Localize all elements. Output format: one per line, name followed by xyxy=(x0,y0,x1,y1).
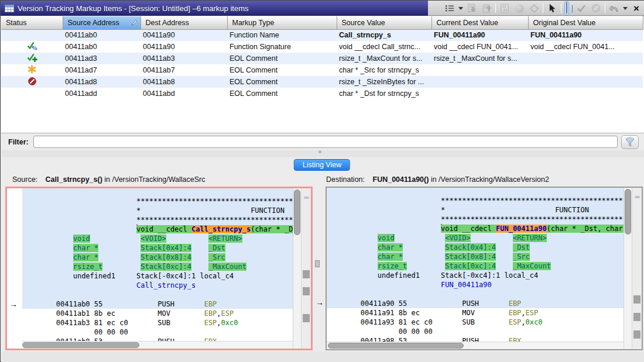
splitter-divider[interactable] xyxy=(1,150,644,157)
column-header-current-dest-value[interactable]: Current Dest Value xyxy=(431,16,528,29)
toolbar-separator xyxy=(495,4,496,13)
window-title: Version Tracking Markup Items - [Session… xyxy=(18,4,249,13)
listing-line[interactable]: char * Stack[0x8]:4 _Src xyxy=(327,252,624,261)
table-row[interactable]: 00411ad800411ab8EOL Commentrsize_t _Size… xyxy=(1,76,643,88)
listing-line[interactable]: char * Stack[0x4]:4 _Dst xyxy=(327,243,624,252)
source-label: Source: xyxy=(12,175,37,184)
toolbar-separator xyxy=(561,4,561,13)
listing-line[interactable]: * FUNCTION xyxy=(22,206,293,215)
funnel-icon xyxy=(625,137,635,147)
column-header-original-dest-value[interactable]: Original Dest Value xyxy=(528,16,643,29)
listing-line[interactable] xyxy=(327,289,624,299)
source-listing-panel[interactable]: → **************************************… xyxy=(5,187,313,350)
column-header-dest-address[interactable]: Dest Address xyxy=(141,16,227,29)
source-function-name: Call_strncpy_s() xyxy=(46,175,102,184)
listing-line[interactable]: void __cdecl FUN_00411a90(char * _Dst, c… xyxy=(327,224,624,233)
column-header-markup-type[interactable]: Markup Type xyxy=(227,16,337,29)
close-icon[interactable]: × xyxy=(631,2,642,14)
listing-line[interactable]: void <VOID> <RETURN> xyxy=(22,234,293,243)
listing-line[interactable]: ****************************************… xyxy=(22,196,293,206)
listing-line[interactable]: 00411a90 55 PUSH EBP xyxy=(327,299,624,308)
listing-line[interactable]: Call_strncpy_s xyxy=(22,281,293,290)
change-marker[interactable] xyxy=(303,287,310,295)
scrollbar-thumb[interactable] xyxy=(294,189,300,235)
listing-line[interactable]: 00411a91 8b ec MOV EBP,ESP xyxy=(327,308,624,318)
markup-type-cell: EOL Comment xyxy=(227,64,337,76)
horizontal-scrollbar[interactable] xyxy=(327,342,624,349)
scrollbar-thumb[interactable] xyxy=(625,189,631,235)
listing-line[interactable]: 00411a93 81 ec c0 SUB ESP,0xc0 xyxy=(327,318,624,327)
cursor-arrow-icon[interactable] xyxy=(546,2,558,14)
listing-line[interactable]: * FUNCTION xyxy=(327,205,624,215)
apply-markup-up-icon[interactable] xyxy=(481,2,492,14)
listing-line[interactable]: ****************************************… xyxy=(327,215,624,224)
column-header-source-value[interactable]: Source Value xyxy=(337,16,431,29)
sphere-icon[interactable] xyxy=(513,2,525,14)
filter-input[interactable] xyxy=(33,136,618,148)
listing-line[interactable]: 00 00 00 xyxy=(22,327,293,337)
panel-splitter-grip[interactable] xyxy=(315,260,320,267)
listing-line[interactable]: rsize_t Stack[0xc]:4 _MaxCount xyxy=(22,262,293,271)
listing-line[interactable]: rsize_t Stack[0xc]:4 _MaxCount xyxy=(327,261,624,271)
source-address-cell: 00411ad8 xyxy=(63,76,141,88)
dual-listing-panel-icon[interactable] xyxy=(564,1,569,15)
menu-caret-icon[interactable] xyxy=(623,7,628,10)
change-marker[interactable] xyxy=(633,295,640,304)
table-row[interactable]: 00411ab000411a90Function Signaturevoid _… xyxy=(1,41,643,53)
binary-file-icon[interactable]: 1001 xyxy=(499,2,511,14)
diamond-icon[interactable] xyxy=(528,2,540,14)
listing-line[interactable]: char * Stack[0x4]:4 _Dst xyxy=(22,243,293,253)
accept-check-icon[interactable] xyxy=(576,2,587,14)
scrollbar-thumb[interactable] xyxy=(22,342,139,348)
horizontal-scrollbar[interactable] xyxy=(22,341,293,349)
listing-line[interactable]: FUN_00411a90 xyxy=(327,280,624,289)
listing-line[interactable]: 00411ab0 55 PUSH EBP xyxy=(22,299,293,309)
listing-line[interactable] xyxy=(22,290,293,299)
destination-subtitle: Destination: FUN_00411a90() in /VersionT… xyxy=(326,175,549,184)
markup-type-cell: EOL Comment xyxy=(227,76,337,88)
table-row[interactable]: 00411ab000411a90Function NameCall_strncp… xyxy=(1,29,643,41)
vertical-scrollbar[interactable] xyxy=(293,188,301,349)
listing-line[interactable]: undefined1 Stack[-0xc4]:1 local_c4 xyxy=(22,271,293,281)
change-marker[interactable] xyxy=(633,330,640,339)
dropdown-caret-icon[interactable] xyxy=(458,7,463,10)
source-value-cell: char * _Src for strncpy_s xyxy=(337,64,431,76)
listing-line[interactable]: 00411ab3 81 ec c0 SUB ESP,0xc0 xyxy=(22,318,293,327)
change-marker[interactable] xyxy=(303,314,310,322)
original-dest-value-cell xyxy=(528,53,643,64)
tab-listing-view[interactable]: Listing View xyxy=(294,159,350,171)
toolbar-separator xyxy=(605,4,605,13)
status-cell xyxy=(1,53,63,64)
table-row[interactable]: 00411ad700411ab7EOL Commentchar * _Src f… xyxy=(1,64,643,76)
listing-line[interactable]: ****************************************… xyxy=(22,215,293,225)
column-header-source-address[interactable]: Source Address xyxy=(63,16,141,29)
splitter-handle[interactable] xyxy=(318,150,321,153)
cursor-marker xyxy=(635,196,640,198)
reject-no-entry-icon[interactable] xyxy=(590,2,602,14)
listing-line[interactable]: void <VOID> <RETURN> xyxy=(327,233,624,243)
apply-markup-down-icon[interactable] xyxy=(466,2,478,14)
undo-icon[interactable] xyxy=(608,2,620,14)
markup-list-icon[interactable] xyxy=(444,2,455,14)
change-marker[interactable] xyxy=(303,270,310,278)
listing-line[interactable]: ****************************************… xyxy=(327,196,624,205)
listing-line[interactable]: char * Stack[0x8]:4 _Src xyxy=(22,253,293,262)
vertical-scrollbar[interactable] xyxy=(624,188,632,349)
title-drag-area[interactable]: Version Tracking Markup Items - [Session… xyxy=(1,1,428,16)
source-address-cell: 00411ad7 xyxy=(63,64,141,76)
source-listing-content[interactable]: ****************************************… xyxy=(22,188,293,349)
filter-bar: Filter: xyxy=(1,133,644,150)
listing-line[interactable]: void __cdecl Call_strncpy_s(char * _Dst,… xyxy=(22,225,293,234)
listing-line[interactable]: undefined1 Stack[-0xc4]:1 local_c4 xyxy=(327,271,624,280)
table-row[interactable]: 00411add00411abdEOL Commentchar * _Dst f… xyxy=(1,88,643,99)
destination-listing-content[interactable]: ****************************************… xyxy=(327,188,624,349)
destination-listing-panel[interactable]: ****************************************… xyxy=(326,187,643,350)
filter-options-button[interactable] xyxy=(621,135,639,149)
table-row[interactable]: 00411ad300411ab3EOL Commentrsize_t _MaxC… xyxy=(1,53,643,64)
source-program-path: /VersionTracking/WallaceSrc xyxy=(112,175,205,184)
scrollbar-thumb[interactable] xyxy=(328,343,464,349)
listing-line[interactable]: 00 00 00 xyxy=(327,327,624,336)
listing-line[interactable]: 00411ab1 8b ec MOV EBP,ESP xyxy=(22,309,293,318)
change-marker[interactable] xyxy=(633,313,640,321)
column-header-status[interactable]: Status xyxy=(1,16,63,29)
